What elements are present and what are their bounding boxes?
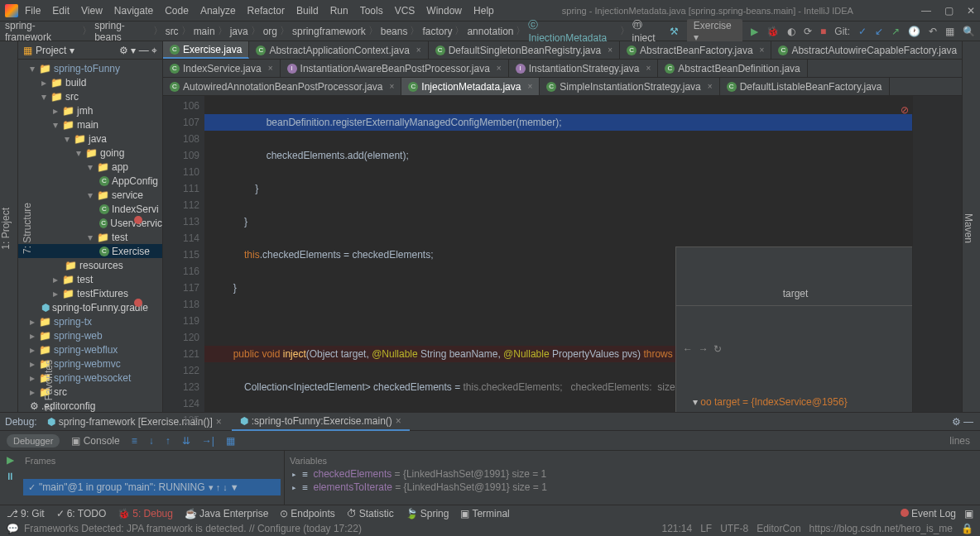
- bottom-terminal[interactable]: ▣ Terminal: [460, 508, 509, 519]
- minimap[interactable]: [912, 96, 962, 412]
- tree-item[interactable]: testFixtures: [77, 288, 128, 299]
- bc-5[interactable]: org: [263, 26, 277, 37]
- variable-row[interactable]: ▸ ≡ elementsToIterate = {LinkedHashSet@1…: [288, 481, 977, 494]
- tab-exercise[interactable]: CExercise.java: [163, 41, 249, 59]
- tree-item[interactable]: IndexServi: [112, 203, 159, 215]
- profile-icon[interactable]: ⟳: [804, 26, 812, 37]
- structure-icon[interactable]: ▦: [945, 26, 954, 37]
- debug-tab[interactable]: ⬢spring-framework [Exercise.main()]×: [39, 414, 230, 430]
- tab[interactable]: CDefaultListableBeanFactory.java: [720, 78, 890, 95]
- caret-position[interactable]: 121:14: [661, 523, 692, 534]
- bottom-spring[interactable]: 🍃 Spring: [406, 508, 449, 519]
- tool-project[interactable]: 1: Project: [0, 208, 12, 250]
- menu-file[interactable]: File: [25, 5, 41, 17]
- debugger-tab[interactable]: Debugger: [7, 434, 60, 447]
- git-pull-icon[interactable]: ✓: [858, 26, 867, 37]
- tree-item-selected[interactable]: Exercise: [112, 246, 150, 257]
- search-icon[interactable]: 🔍: [963, 26, 975, 37]
- status-message[interactable]: Frameworks Detected: JPA framework is de…: [24, 523, 362, 534]
- history-icon[interactable]: 🕐: [908, 26, 920, 37]
- close-icon[interactable]: ✕: [967, 5, 975, 17]
- bc-4[interactable]: java: [230, 26, 248, 37]
- run-icon[interactable]: ▶: [751, 26, 758, 37]
- debug-icon[interactable]: 🐞: [766, 26, 779, 37]
- bottom-je[interactable]: ☕ Java Enterprise: [185, 508, 268, 519]
- tree-root[interactable]: spring-toFunny: [54, 63, 120, 74]
- popup-nav[interactable]: ← → ↻: [676, 339, 912, 359]
- pause-icon[interactable]: ⏸: [5, 471, 15, 482]
- tab[interactable]: CIndexService.java×: [163, 60, 281, 77]
- tree-item[interactable]: src: [54, 386, 67, 398]
- tab[interactable]: CAbstractAutowireCapableFactory.java: [771, 41, 962, 59]
- tree-item[interactable]: test: [112, 232, 127, 243]
- resume-icon[interactable]: ▶: [7, 454, 14, 466]
- line-separator[interactable]: LF: [700, 523, 712, 534]
- popup-target[interactable]: ▾ oo target = {IndexService@1956}: [676, 392, 912, 412]
- code-area[interactable]: 1061071081091101111121131141151161171181…: [163, 96, 962, 412]
- tool-structure[interactable]: 7: Structure: [22, 203, 33, 254]
- evaluate-popup[interactable]: target ← → ↻ ▾ oo target = {IndexService…: [675, 246, 912, 412]
- tab[interactable]: IInstantiationStrategy.java×: [509, 60, 659, 77]
- git-commit-icon[interactable]: ↙: [875, 26, 883, 37]
- stack-frame[interactable]: ✓ "main"@1 in group "main": RUNNING ▾ ↑ …: [23, 479, 281, 495]
- console-tab[interactable]: ▣ Console: [71, 435, 119, 447]
- tree-item[interactable]: AppConfig: [112, 175, 158, 187]
- tree-item[interactable]: build: [65, 77, 86, 89]
- lock-icon[interactable]: 🔒: [961, 523, 973, 534]
- bc-2[interactable]: src: [166, 26, 179, 37]
- tool-maven[interactable]: Maven: [963, 213, 974, 243]
- bottom-debug[interactable]: 🐞 5: Debug: [118, 508, 173, 519]
- gutter[interactable]: 1061071081091101111121131141151161171181…: [163, 96, 204, 412]
- revert-icon[interactable]: ↶: [929, 26, 937, 37]
- step-over-icon[interactable]: ≡: [132, 435, 137, 447]
- bottom-statistic[interactable]: ⏱ Statistic: [347, 508, 394, 519]
- tree-item[interactable]: spring-webflux: [54, 344, 118, 356]
- tab-injection-metadata[interactable]: CInjectionMetadata.java×: [401, 78, 540, 95]
- tab[interactable]: CAbstractApplicationContext.java×: [249, 41, 428, 59]
- tree-item[interactable]: jmh: [77, 105, 93, 117]
- maximize-icon[interactable]: ▢: [944, 5, 954, 17]
- memory-indicator-icon[interactable]: ▣: [964, 508, 973, 519]
- menu-window[interactable]: Window: [426, 5, 462, 17]
- menu-code[interactable]: Code: [165, 5, 189, 17]
- tree-item[interactable]: main: [77, 119, 98, 131]
- menu-analyze[interactable]: Analyze: [200, 5, 236, 17]
- tab[interactable]: CAbstractBeanDefinition.java: [658, 60, 807, 77]
- editorconfig[interactable]: EditorCon: [757, 523, 800, 534]
- error-mark-icon[interactable]: ⊘: [901, 104, 909, 116]
- menu-edit[interactable]: Edit: [52, 5, 70, 17]
- bc-8[interactable]: factory: [422, 26, 452, 37]
- variables-panel[interactable]: Variables ▸ ≡ checkedElements = {LinkedH…: [285, 451, 980, 505]
- tree-item[interactable]: spring-web: [54, 330, 103, 342]
- menu-tools[interactable]: Tools: [360, 5, 383, 17]
- menu-build[interactable]: Build: [296, 5, 319, 17]
- tab[interactable]: CAbstractBeanFactory.java×: [620, 41, 771, 59]
- project-tree[interactable]: ▾📁 spring-toFunny ▸📁 build ▾📁 src ▸📁 jmh…: [18, 60, 162, 412]
- project-settings-icon[interactable]: ⚙ ▾ — ⌖: [119, 45, 157, 56]
- frames-panel[interactable]: Frames ✓ "main"@1 in group "main": RUNNI…: [20, 451, 285, 505]
- bottom-endpoints[interactable]: ⊙ Endpoints: [280, 508, 334, 519]
- tab[interactable]: CSimpleInstantiationStrategy.java×: [540, 78, 719, 95]
- step-out-icon[interactable]: ↑: [166, 435, 171, 447]
- stop-icon[interactable]: ■: [820, 26, 826, 37]
- step-into-icon[interactable]: ↓: [149, 435, 154, 447]
- menu-vcs[interactable]: VCS: [395, 5, 416, 17]
- evaluate-icon[interactable]: ▦: [226, 435, 235, 447]
- git-push-icon[interactable]: ↗: [891, 26, 900, 37]
- tree-item[interactable]: resources: [79, 260, 123, 271]
- bottom-todo[interactable]: ✓ 6: TODO: [56, 508, 107, 519]
- tab[interactable]: CAutowiredAnnotationBeanPostProcessor.ja…: [163, 78, 401, 95]
- bc-3[interactable]: main: [194, 26, 215, 37]
- bc-method[interactable]: ⓜ inject: [632, 18, 667, 44]
- tree-item[interactable]: src: [65, 91, 79, 103]
- tree-item[interactable]: going: [100, 147, 124, 159]
- coverage-icon[interactable]: ◐: [787, 26, 795, 37]
- tree-item[interactable]: java: [89, 133, 107, 145]
- tool-favorites[interactable]: 2: Favorites: [43, 360, 55, 412]
- bc-1[interactable]: spring-beans: [94, 20, 150, 43]
- status-balloon-icon[interactable]: 💬: [7, 523, 19, 534]
- menu-help[interactable]: Help: [473, 5, 494, 17]
- build-icon[interactable]: ⚒: [670, 26, 679, 37]
- menu-navigate[interactable]: Navigate: [114, 5, 153, 17]
- encoding[interactable]: UTF-8: [720, 523, 748, 534]
